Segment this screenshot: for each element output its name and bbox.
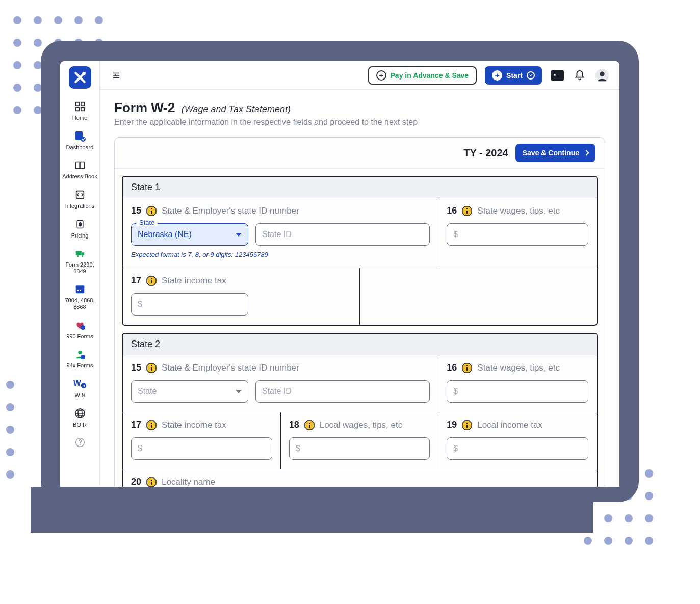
svg-point-0 <box>82 72 86 75</box>
state-id-input[interactable] <box>255 223 430 246</box>
save-continue-button[interactable]: Save & Continue <box>515 144 595 162</box>
svg-rect-10 <box>75 251 81 255</box>
svg-point-20 <box>80 355 85 359</box>
svg-rect-11 <box>81 252 84 255</box>
svg-rect-54 <box>309 425 310 428</box>
local-wages-input[interactable]: $ <box>289 437 430 460</box>
id-card-icon[interactable] <box>550 68 564 83</box>
sidebar-item-address-book[interactable]: Address Book <box>60 154 99 184</box>
chevron-right-icon <box>583 150 589 155</box>
sidebar-item-94x-forms[interactable]: 94x Forms <box>60 344 99 373</box>
page-title: Form W-2 <box>114 100 175 115</box>
box-16-cell: 16 State wages, tips, etc $ <box>438 198 597 268</box>
svg-rect-3 <box>75 108 79 111</box>
field-label: State & Employer's state ID number <box>162 363 299 373</box>
sidebar-item-home[interactable]: Home <box>60 96 99 125</box>
svg-rect-36 <box>151 211 152 214</box>
box-17-cell: 17 State income tax $ <box>123 412 281 469</box>
svg-text:W: W <box>73 379 81 387</box>
svg-rect-60 <box>151 482 152 485</box>
sidebar-item-pricing[interactable]: $ Pricing <box>60 214 99 243</box>
start-button[interactable]: + Start <box>485 66 542 85</box>
box-15-cell: 15 State & Employer's state ID number St… <box>123 355 438 412</box>
sidebar: Home Dashboard Address Book Integrations <box>60 61 100 487</box>
svg-rect-4 <box>81 108 84 111</box>
field-label: State income tax <box>162 276 226 286</box>
svg-point-33 <box>600 71 604 76</box>
svg-rect-15 <box>75 286 84 288</box>
svg-rect-57 <box>466 425 468 428</box>
state-wages-input[interactable]: $ <box>447 223 588 246</box>
info-icon[interactable] <box>146 363 157 373</box>
card-header: TY - 2024 Save & Continue <box>115 138 605 169</box>
address-book-icon <box>73 159 87 172</box>
floating-label: State <box>136 219 158 226</box>
info-icon[interactable] <box>146 276 157 286</box>
w9-icon: W9 <box>73 377 87 390</box>
sidebar-item-label: Dashboard <box>66 144 94 151</box>
sidebar-item-integrations[interactable]: Integrations <box>60 184 99 214</box>
sidebar-item-form-2290[interactable]: Form 2290, 8849 <box>60 243 99 278</box>
app-logo[interactable] <box>69 66 91 89</box>
pay-in-advance-button[interactable]: + Pay in Advance & Save <box>368 66 477 85</box>
info-icon[interactable] <box>462 363 472 373</box>
format-hint: Expected format is 7, 8, or 9 digits: 12… <box>131 251 430 258</box>
svg-rect-38 <box>466 208 468 209</box>
help-icon <box>73 436 87 449</box>
field-label: State income tax <box>162 420 226 430</box>
sidebar-item-label: Home <box>72 115 87 121</box>
svg-point-6 <box>81 137 86 142</box>
truck-icon <box>73 247 87 260</box>
sidebar-item-990-forms[interactable]: 990 Forms <box>60 314 99 344</box>
page-description: Enter the applicable information in the … <box>114 118 605 127</box>
state-id-input[interactable] <box>255 380 430 403</box>
dollar-prefix: $ <box>453 230 458 239</box>
svg-rect-2 <box>81 102 84 106</box>
state-wages-input[interactable]: $ <box>447 380 588 403</box>
info-icon[interactable] <box>146 477 157 487</box>
svg-rect-30 <box>558 73 562 74</box>
svg-point-18 <box>80 325 85 330</box>
field-label: State wages, tips, etc <box>477 206 560 216</box>
info-icon[interactable] <box>146 420 157 430</box>
field-label: State wages, tips, etc <box>477 363 560 373</box>
plus-icon: + <box>492 70 502 81</box>
caret-down-icon <box>236 390 242 393</box>
sidebar-item-7004[interactable]: 7004, 4868, 8868 <box>60 278 99 314</box>
info-icon[interactable] <box>462 206 472 216</box>
topbar: + Pay in Advance & Save + Start <box>100 61 619 90</box>
tax-year-label: TY - 2024 <box>463 147 508 159</box>
logo-icon <box>73 71 87 84</box>
svg-rect-42 <box>151 280 152 283</box>
state-select[interactable]: Nebraska (NE) <box>131 223 248 246</box>
sidebar-item-label: Address Book <box>62 173 97 180</box>
info-icon[interactable] <box>146 206 157 216</box>
sidebar-item-w9[interactable]: W9 W-9 <box>60 373 99 403</box>
state-select[interactable]: State <box>131 380 248 403</box>
state-income-tax-input[interactable]: $ <box>131 437 272 460</box>
dollar-prefix: $ <box>453 444 458 453</box>
sidebar-item-boir[interactable]: BOIR <box>60 403 99 432</box>
field-label: Local wages, tips, etc <box>320 420 403 430</box>
state-1-section: State 1 15 State & Employer's state ID n… <box>122 176 598 326</box>
device-frame: Home Dashboard Address Book Integrations <box>41 41 639 502</box>
sidebar-item-label: Form 2290, 8849 <box>61 261 98 274</box>
notifications-icon[interactable] <box>573 68 587 83</box>
info-icon[interactable] <box>462 420 472 430</box>
svg-rect-51 <box>151 425 152 428</box>
field-label: Locality name <box>162 477 215 487</box>
state-income-tax-input[interactable]: $ <box>131 293 248 316</box>
box-number: 17 <box>131 275 141 286</box>
section-heading: State 1 <box>123 177 597 198</box>
page-header: Form W-2 (Wage and Tax Statement) Enter … <box>114 100 605 127</box>
placeholder: State <box>138 387 157 396</box>
profile-avatar-icon[interactable] <box>595 68 609 83</box>
sidebar-item-help[interactable] <box>60 432 99 455</box>
sidebar-toggle-icon[interactable] <box>110 69 122 82</box>
info-icon[interactable] <box>304 420 315 430</box>
local-income-tax-input[interactable]: $ <box>447 437 588 460</box>
svg-point-13 <box>81 255 83 257</box>
box-number: 17 <box>131 419 141 430</box>
calendar-icon <box>73 282 87 296</box>
sidebar-item-dashboard[interactable]: Dashboard <box>60 125 99 155</box>
